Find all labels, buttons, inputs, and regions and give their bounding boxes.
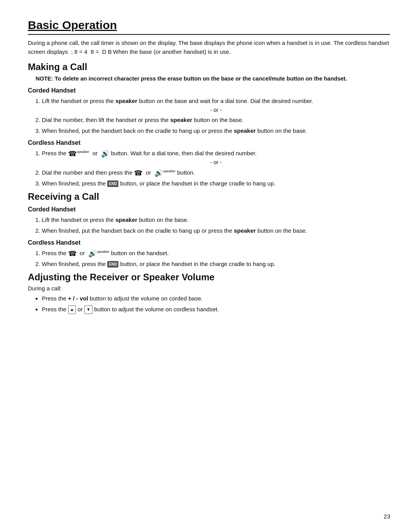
adjusting-volume-intro: During a call:	[28, 285, 390, 292]
making-cordless-steps: Press the ☎speaker or 🔊 button. Wait for…	[42, 149, 390, 188]
receiving-cordless-subheading: Cordless Handset	[28, 239, 390, 246]
or-separator-1: - or -	[42, 106, 390, 114]
adjusting-volume-list: Press the + / - vol button to adjust the…	[42, 294, 390, 314]
receiving-corded-steps: Lift the handset or press the speaker bu…	[42, 215, 390, 235]
phone-icon-1: ☎	[68, 150, 77, 157]
end-button-icon-1: END	[107, 180, 118, 187]
title-rule	[28, 34, 390, 35]
speaker-icon-3: 🔊	[88, 250, 97, 257]
making-corded-step-3: When finished, put the handset back on t…	[42, 126, 390, 136]
end-button-icon-2: END	[107, 261, 118, 268]
making-cordless-subheading: Cordless Handset	[28, 139, 390, 146]
receiving-corded-step-1: Lift the handset or press the speaker bu…	[42, 215, 390, 225]
making-corded-step-1: Lift the handset or press the speaker bu…	[42, 96, 390, 114]
making-cordless-step-1: Press the ☎speaker or 🔊 button. Wait for…	[42, 149, 390, 166]
vol-down-icon: ▼	[84, 305, 93, 314]
or-separator-2: - or -	[42, 159, 390, 166]
speaker-icon-1: 🔊	[101, 150, 110, 157]
adjusting-volume-heading: Adjusting the Receiver or Speaker Volume	[28, 272, 390, 283]
making-corded-step-2: Dial the number, then lift the handset o…	[42, 115, 390, 125]
receiving-cordless-step-1: Press the ☎ or 🔊speaker button on the ha…	[42, 249, 390, 258]
vol-up-icon: ▲	[68, 305, 76, 314]
page-title: Basic Operation	[28, 19, 390, 32]
volume-bullet-1: Press the + / - vol button to adjust the…	[42, 294, 390, 303]
receiving-cordless-step-2: When finished, press the END button, or …	[42, 259, 390, 269]
phone-icon-3: ☎	[68, 250, 77, 257]
making-corded-steps: Lift the handset or press the speaker bu…	[42, 96, 390, 136]
making-corded-subheading: Corded Handset	[28, 87, 390, 94]
volume-bullet-2: Press the ▲ or ▼ button to adjust the vo…	[42, 305, 390, 314]
intro-text: During a phone call, the call timer is s…	[28, 39, 390, 56]
receiving-a-call-heading: Receiving a Call	[28, 191, 390, 202]
making-cordless-step-3: When finished, press the END button, or …	[42, 179, 390, 188]
speaker-icon-2: 🔊	[154, 170, 163, 177]
note-block: NOTE: To delete an incorrect character p…	[28, 75, 390, 83]
receiving-corded-subheading: Corded Handset	[28, 206, 390, 213]
making-cordless-step-2: Dial the number and then press the ☎ or …	[42, 168, 390, 177]
phone-icon-2: ☎	[134, 170, 142, 177]
page-number: 23	[384, 513, 390, 520]
receiving-cordless-steps: Press the ☎ or 🔊speaker button on the ha…	[42, 249, 390, 269]
making-a-call-heading: Making a Call	[28, 62, 390, 72]
receiving-corded-step-2: When finished, put the handset back on t…	[42, 226, 390, 235]
